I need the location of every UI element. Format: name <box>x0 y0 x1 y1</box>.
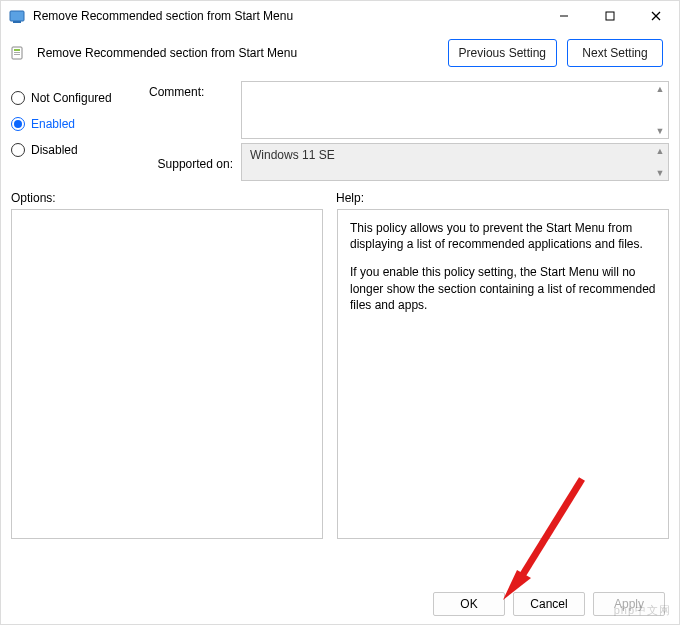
comment-scrollbar[interactable]: ▲ ▼ <box>652 82 668 138</box>
supported-on-label: Supported on: <box>149 153 241 171</box>
svg-rect-8 <box>14 52 20 53</box>
radio-enabled[interactable]: Enabled <box>11 111 149 137</box>
comment-textarea[interactable]: ▲ ▼ <box>241 81 669 139</box>
footer: OK Cancel Apply <box>1 584 679 624</box>
nav-buttons: Previous Setting Next Setting <box>448 39 663 67</box>
titlebar: Remove Recommended section from Start Me… <box>1 1 679 31</box>
svg-rect-3 <box>606 12 614 20</box>
ok-button[interactable]: OK <box>433 592 505 616</box>
radio-icon <box>11 91 25 105</box>
supported-on-value: Windows 11 SE <box>250 148 335 162</box>
svg-rect-0 <box>10 11 24 21</box>
policy-setting-icon <box>11 45 27 61</box>
maximize-button[interactable] <box>587 1 633 31</box>
radio-disabled[interactable]: Disabled <box>11 137 149 163</box>
radio-icon <box>11 117 25 131</box>
radio-label: Enabled <box>31 117 75 131</box>
scroll-up-icon: ▲ <box>656 82 665 96</box>
previous-setting-button[interactable]: Previous Setting <box>448 39 557 67</box>
cancel-button[interactable]: Cancel <box>513 592 585 616</box>
header: Remove Recommended section from Start Me… <box>1 31 679 77</box>
options-pane <box>11 209 323 539</box>
help-label: Help: <box>336 191 669 205</box>
close-button[interactable] <box>633 1 679 31</box>
policy-icon <box>9 8 25 24</box>
policy-title: Remove Recommended section from Start Me… <box>37 46 448 60</box>
minimize-button[interactable] <box>541 1 587 31</box>
window-title: Remove Recommended section from Start Me… <box>33 9 541 23</box>
help-pane: This policy allows you to prevent the St… <box>337 209 669 539</box>
panes: This policy allows you to prevent the St… <box>1 209 679 539</box>
scroll-up-icon: ▲ <box>656 144 665 158</box>
svg-rect-1 <box>13 21 21 23</box>
help-paragraph: This policy allows you to prevent the St… <box>350 220 656 252</box>
radio-not-configured[interactable]: Not Configured <box>11 85 149 111</box>
svg-rect-7 <box>14 49 20 51</box>
scroll-down-icon: ▼ <box>656 166 665 180</box>
config-row: Not Configured Enabled Disabled Comment:… <box>1 77 679 181</box>
apply-button: Apply <box>593 592 665 616</box>
supported-on-box: Windows 11 SE ▲ ▼ <box>241 143 669 181</box>
svg-rect-9 <box>14 54 20 55</box>
state-radio-group: Not Configured Enabled Disabled <box>11 81 149 181</box>
fields-column: Comment: ▲ ▼ Supported on: Windows 11 SE… <box>149 81 669 181</box>
comment-label: Comment: <box>149 81 241 99</box>
next-setting-button[interactable]: Next Setting <box>567 39 663 67</box>
radio-label: Not Configured <box>31 91 112 105</box>
mid-labels: Options: Help: <box>1 181 679 209</box>
options-label: Options: <box>11 191 336 205</box>
window-controls <box>541 1 679 31</box>
supported-scrollbar[interactable]: ▲ ▼ <box>652 144 668 180</box>
help-paragraph: If you enable this policy setting, the S… <box>350 264 656 313</box>
radio-label: Disabled <box>31 143 78 157</box>
radio-icon <box>11 143 25 157</box>
scroll-down-icon: ▼ <box>656 124 665 138</box>
